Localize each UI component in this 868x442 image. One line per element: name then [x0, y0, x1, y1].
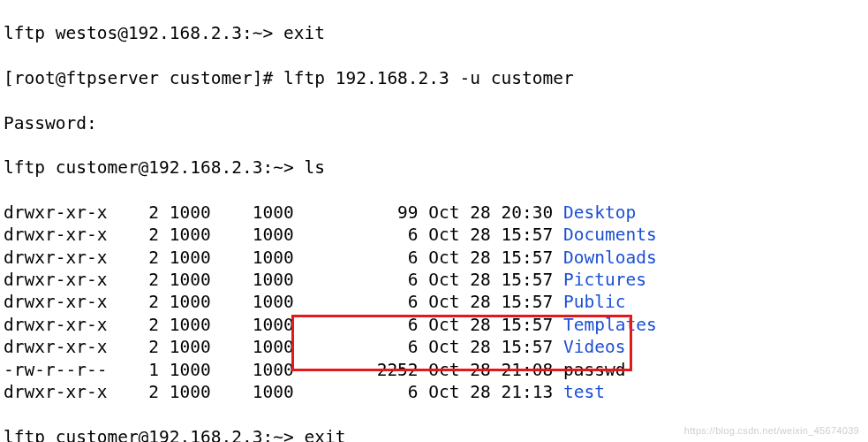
- list-item: -rw-r--r-- 1 1000 1000 2252 Oct 28 21:08…: [4, 359, 864, 381]
- list-item: drwxr-xr-x 2 1000 1000 6 Oct 28 15:57 Pi…: [4, 269, 864, 291]
- file-meta: drwxr-xr-x 2 1000 1000 6 Oct 28 15:57: [4, 314, 563, 336]
- line-prev-exit: lftp westos@192.168.2.3:~> exit: [4, 22, 864, 44]
- list-item: drwxr-xr-x 2 1000 1000 99 Oct 28 20:30 D…: [4, 202, 864, 224]
- file-meta: drwxr-xr-x 2 1000 1000 6 Oct 28 15:57: [4, 336, 563, 358]
- folder-icon: Downloads: [563, 247, 657, 269]
- folder-icon: Documents: [563, 224, 657, 246]
- directory-listing: drwxr-xr-x 2 1000 1000 99 Oct 28 20:30 D…: [4, 202, 864, 403]
- file-meta: drwxr-xr-x 2 1000 1000 6 Oct 28 15:57: [4, 269, 563, 291]
- folder-icon: Pictures: [563, 269, 646, 291]
- line-ls-1: lftp customer@192.168.2.3:~> ls: [4, 156, 864, 179]
- file-meta: drwxr-xr-x 2 1000 1000 6 Oct 28 21:13: [4, 381, 563, 403]
- line-lftp-customer: [root@ftpserver customer]# lftp 192.168.…: [4, 67, 864, 89]
- file-icon: passwd: [563, 359, 625, 381]
- list-item: drwxr-xr-x 2 1000 1000 6 Oct 28 15:57 Do…: [4, 224, 864, 246]
- folder-icon: Videos: [563, 336, 625, 358]
- folder-icon: test: [563, 381, 605, 403]
- file-meta: drwxr-xr-x 2 1000 1000 6 Oct 28 15:57: [4, 291, 563, 313]
- lftp-prompt: lftp customer@192.168.2.3:~>: [4, 427, 304, 442]
- shell-prompt: [root@ftpserver customer]#: [4, 68, 283, 88]
- line-password-1: Password:: [4, 112, 864, 134]
- command-text: lftp 192.168.2.3 -u customer: [283, 68, 574, 88]
- watermark: https://blog.csdn.net/weixin_45674039: [684, 424, 859, 437]
- folder-icon: Templates: [563, 314, 657, 336]
- command-text: ls: [304, 157, 324, 178]
- lftp-prompt: lftp customer@192.168.2.3:~>: [4, 157, 304, 178]
- file-meta: drwxr-xr-x 2 1000 1000 6 Oct 28 15:57: [4, 247, 563, 269]
- list-item: drwxr-xr-x 2 1000 1000 6 Oct 28 15:57 Vi…: [4, 336, 864, 358]
- file-meta: drwxr-xr-x 2 1000 1000 99 Oct 28 20:30: [4, 202, 563, 224]
- file-meta: drwxr-xr-x 2 1000 1000 6 Oct 28 15:57: [4, 224, 563, 246]
- list-item: drwxr-xr-x 2 1000 1000 6 Oct 28 15:57 Te…: [4, 314, 864, 336]
- folder-icon: Desktop: [563, 202, 636, 224]
- terminal-output[interactable]: lftp westos@192.168.2.3:~> exit [root@ft…: [0, 0, 868, 442]
- folder-icon: Public: [563, 291, 625, 313]
- file-meta: -rw-r--r-- 1 1000 1000 2252 Oct 28 21:08: [4, 359, 563, 381]
- command-text: exit: [304, 427, 345, 442]
- list-item: drwxr-xr-x 2 1000 1000 6 Oct 28 21:13 te…: [4, 381, 864, 403]
- list-item: drwxr-xr-x 2 1000 1000 6 Oct 28 15:57 Do…: [4, 247, 864, 269]
- list-item: drwxr-xr-x 2 1000 1000 6 Oct 28 15:57 Pu…: [4, 291, 864, 313]
